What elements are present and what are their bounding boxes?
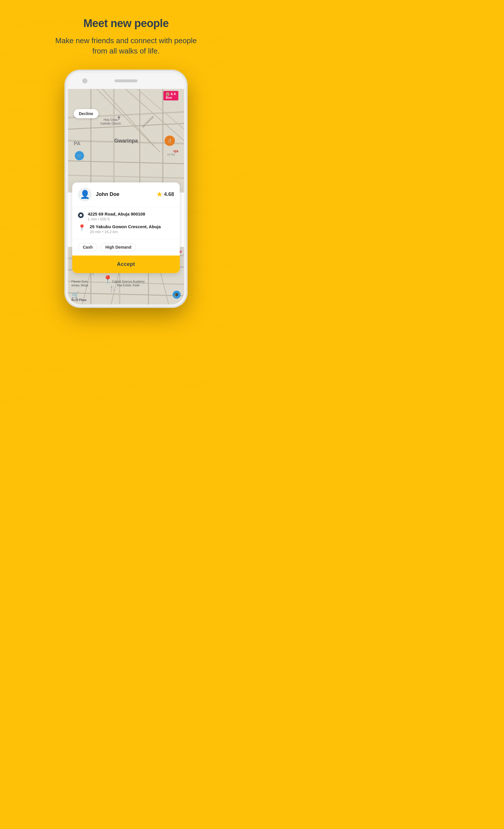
svg-line-1	[68, 123, 184, 129]
star-icon: ★	[156, 191, 162, 198]
pickup-details: 4225 69 Road, Abuja 900108 1 min • 500 f…	[88, 212, 145, 221]
dropoff-details: 25 Yakubu Gowon Crescent, Abuja 20 min •…	[90, 224, 161, 234]
map-label-gwarinpa: Gwarinpa	[114, 138, 138, 144]
map-background: PA Holy CrossCatholic Church ✝ 1st Avenu…	[68, 89, 184, 192]
tag-high-demand: High Demand	[100, 243, 136, 251]
dropoff-time-distance: 20 min • 16.2 km	[90, 229, 161, 234]
map-church-marker: ✝	[117, 115, 121, 121]
map-label-pa: PA	[74, 141, 80, 147]
pickup-address: 4225 69 Road, Abuja 900108	[88, 212, 145, 216]
rating-value: 4.68	[164, 191, 174, 197]
pickup-time-distance: 1 min • 500 ft	[88, 217, 145, 221]
pickup-dot	[78, 212, 84, 218]
phone-mockup: PA Holy CrossCatholic Church ✝ 1st Avenu…	[66, 71, 186, 307]
phone-frame: PA Holy CrossCatholic Church ✝ 1st Avenu…	[66, 71, 186, 307]
svg-line-3	[68, 161, 184, 164]
hero-subtitle: Make new friends and connect with people…	[54, 35, 198, 57]
decline-button[interactable]: Decline	[74, 109, 98, 118]
tags-section: Cash High Demand	[72, 239, 180, 255]
phone-status-bar	[68, 73, 184, 89]
pickup-row: 4225 69 Road, Abuja 900108 1 min • 500 f…	[78, 212, 174, 221]
ride-request-card: 👤 John Doe ★ 4.68	[72, 182, 180, 273]
dropoff-address: 25 Yakubu Gowon Crescent, Abuja	[90, 224, 161, 229]
tag-cash: Cash	[78, 243, 98, 251]
map-pin-green: 📍	[103, 275, 113, 284]
locations-section: 4225 69 Road, Abuja 900108 1 min • 500 f…	[72, 207, 180, 239]
map-pin-shopping-1: 🛒	[75, 151, 84, 160]
phone-camera	[82, 78, 87, 83]
svg-line-4	[68, 175, 184, 178]
rider-name: John Doe	[96, 191, 119, 197]
phone-screen: PA Holy CrossCatholic Church ✝ 1st Avenu…	[68, 73, 184, 304]
map-label-uja: uja	[173, 149, 178, 153]
map-label-fitness: Fitness Gym,arinpa, Abuja	[71, 280, 88, 287]
rider-info: 👤 John Doe	[78, 188, 119, 202]
map-label-14rd: 14 Rd	[167, 153, 175, 156]
map-pin-orange-2: 🍴	[108, 285, 117, 293]
page-wrapper: Meet new people Make new friends and con…	[0, 0, 252, 307]
map-label-1stave: 1st Avenue	[141, 115, 154, 128]
map-pin-food-1: 🍴	[165, 136, 175, 146]
pickup-dot-inner	[80, 214, 82, 216]
map-pin-hotel: 🏨 & ABoo	[164, 91, 178, 100]
dropoff-pin-icon: 📍	[78, 224, 86, 231]
dropoff-row: 📍 25 Yakubu Gowon Crescent, Abuja 20 min…	[78, 224, 174, 234]
hero-title: Meet new people	[83, 17, 169, 30]
accept-button[interactable]: Accept	[72, 255, 180, 273]
avatar: 👤	[78, 188, 92, 202]
card-header: 👤 John Doe ★ 4.68	[72, 182, 180, 207]
user-icon: 👤	[80, 190, 90, 199]
map-top: PA Holy CrossCatholic Church ✝ 1st Avenu…	[68, 89, 184, 192]
map-label-mlb: M.I.B Plaza	[71, 298, 86, 301]
map-pin-school: 🎓	[173, 291, 181, 299]
phone-speaker	[114, 79, 138, 82]
map-pin-blue-shopping: 🛒	[71, 291, 79, 299]
rating: ★ 4.68	[156, 191, 174, 198]
